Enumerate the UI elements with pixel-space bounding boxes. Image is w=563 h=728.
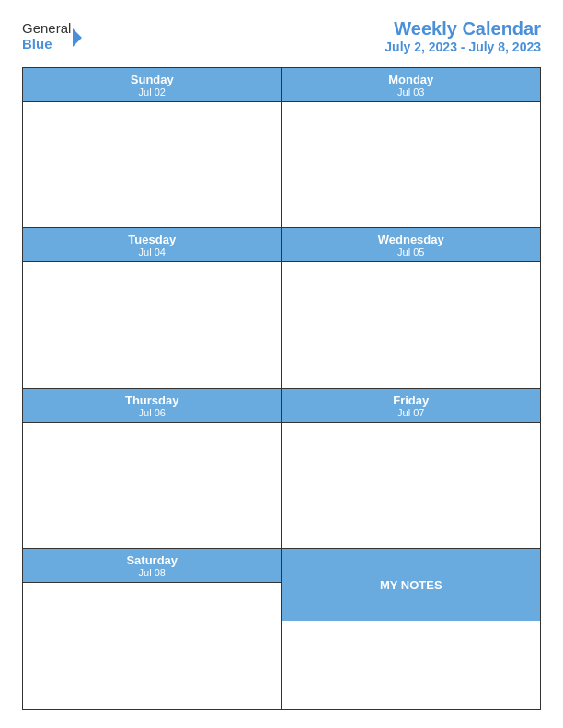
monday-content — [282, 102, 541, 227]
logo-blue: Blue — [22, 37, 71, 52]
saturday-content — [23, 583, 282, 709]
wednesday-name: Wednesday — [282, 233, 541, 246]
thursday-name: Thursday — [23, 393, 282, 407]
monday-header: Monday Jul 03 — [282, 68, 541, 102]
logo-general: General — [22, 21, 71, 37]
notes-content — [282, 621, 541, 709]
thursday-content — [23, 423, 282, 548]
wednesday-date: Jul 05 — [282, 246, 541, 257]
header: General Blue Weekly Calendar July 2, 202… — [22, 18, 541, 54]
notes-cell: MY NOTES — [282, 549, 541, 709]
tuesday-name: Tuesday — [23, 233, 282, 246]
calendar-row-2: Tuesday Jul 04 Wednesday Jul 05 — [23, 228, 540, 388]
notes-header: MY NOTES — [282, 549, 541, 621]
logo: General Blue — [22, 21, 82, 51]
saturday-name: Saturday — [23, 553, 282, 567]
calendar-dates: July 2, 2023 - July 8, 2023 — [385, 40, 541, 54]
tuesday-content — [23, 262, 282, 387]
monday-name: Monday — [282, 73, 541, 86]
saturday-cell: Saturday Jul 08 — [23, 549, 282, 709]
tuesday-date: Jul 04 — [23, 246, 282, 257]
thursday-date: Jul 06 — [23, 407, 282, 418]
logo-text: General Blue — [22, 21, 71, 51]
saturday-date: Jul 08 — [23, 567, 282, 578]
tuesday-header: Tuesday Jul 04 — [23, 228, 282, 262]
friday-cell: Friday Jul 07 — [282, 389, 541, 549]
monday-date: Jul 03 — [282, 86, 541, 97]
thursday-header: Thursday Jul 06 — [23, 389, 282, 423]
saturday-header: Saturday Jul 08 — [23, 549, 282, 583]
tuesday-cell: Tuesday Jul 04 — [23, 228, 282, 388]
wednesday-content — [282, 262, 541, 387]
sunday-content — [23, 102, 282, 227]
thursday-cell: Thursday Jul 06 — [23, 389, 282, 549]
wednesday-header: Wednesday Jul 05 — [282, 228, 541, 262]
calendar-row-3: Thursday Jul 06 Friday Jul 07 — [23, 389, 540, 549]
sunday-name: Sunday — [23, 73, 282, 86]
friday-header: Friday Jul 07 — [282, 389, 541, 423]
friday-date: Jul 07 — [282, 407, 541, 418]
friday-name: Friday — [282, 393, 541, 407]
calendar-row-4: Saturday Jul 08 MY NOTES — [23, 549, 540, 709]
header-right: Weekly Calendar July 2, 2023 - July 8, 2… — [385, 18, 541, 54]
wednesday-cell: Wednesday Jul 05 — [282, 228, 541, 388]
sunday-cell: Sunday Jul 02 — [23, 68, 282, 228]
logo-triangle-icon — [73, 28, 82, 47]
monday-cell: Monday Jul 03 — [282, 68, 541, 228]
notes-title: MY NOTES — [380, 578, 442, 592]
sunday-header: Sunday Jul 02 — [23, 68, 282, 102]
sunday-date: Jul 02 — [23, 86, 282, 97]
page: General Blue Weekly Calendar July 2, 202… — [0, 0, 563, 728]
calendar-row-1: Sunday Jul 02 Monday Jul 03 — [23, 68, 540, 228]
calendar-title: Weekly Calendar — [385, 18, 541, 40]
calendar-grid: Sunday Jul 02 Monday Jul 03 Tuesday Jul … — [22, 67, 541, 710]
friday-content — [282, 423, 541, 548]
